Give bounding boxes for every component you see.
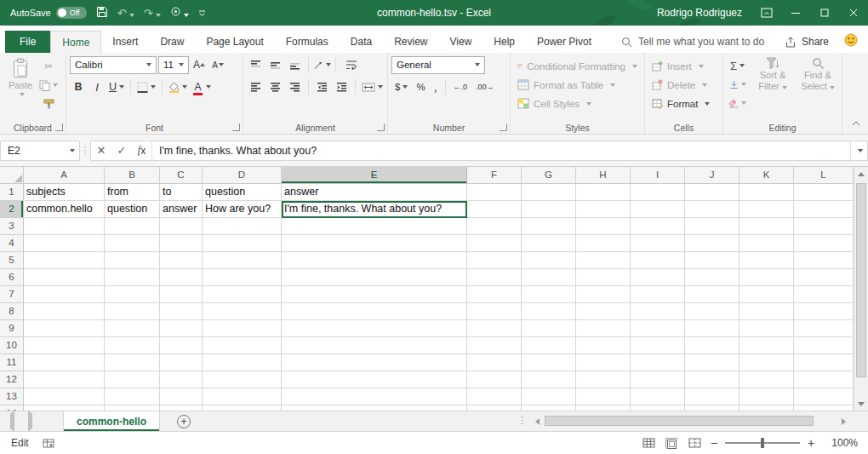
cell-F8[interactable] — [467, 303, 522, 320]
cell-B12[interactable] — [105, 371, 160, 388]
align-right-button[interactable] — [286, 78, 304, 95]
zoom-slider[interactable] — [725, 442, 800, 444]
cell-H8[interactable] — [576, 303, 631, 320]
cell-D2[interactable]: How are you? — [203, 201, 282, 218]
cell-L13[interactable] — [794, 388, 854, 405]
cell-A13[interactable] — [24, 388, 105, 405]
autosave-toggle[interactable]: AutoSave Off — [0, 7, 94, 19]
cell-K6[interactable] — [740, 269, 794, 286]
tab-scroll-handle[interactable]: ⋮ — [517, 415, 527, 426]
name-box[interactable]: E2 — [0, 141, 80, 161]
undo-button[interactable]: ↶ — [117, 7, 134, 20]
cell-F6[interactable] — [467, 269, 522, 286]
cell-J1[interactable] — [685, 184, 740, 201]
row-header-12[interactable]: 12 — [0, 371, 24, 388]
cell-A4[interactable] — [24, 235, 105, 252]
cell-B10[interactable] — [105, 337, 160, 354]
touch-mode-button[interactable] — [170, 6, 189, 20]
cut-button[interactable]: ✂ — [37, 58, 60, 75]
cell-I9[interactable] — [631, 320, 685, 337]
row-header-3[interactable]: 3 — [0, 218, 24, 235]
cell-J7[interactable] — [685, 286, 740, 303]
conditional-formatting-button[interactable]: Conditional Formatting — [514, 57, 641, 75]
cell-K12[interactable] — [740, 371, 794, 388]
cell-I11[interactable] — [631, 354, 685, 371]
row-header-1[interactable]: 1 — [0, 184, 24, 201]
column-header-D[interactable]: D — [203, 167, 282, 184]
cell-K1[interactable] — [740, 184, 794, 201]
cell-K7[interactable] — [740, 286, 794, 303]
cell-C7[interactable] — [160, 286, 203, 303]
cell-J5[interactable] — [685, 252, 740, 269]
format-cells-button[interactable]: Format — [648, 95, 719, 112]
sheet-tab-common-hello[interactable]: common-hello — [63, 411, 160, 431]
cell-A3[interactable] — [24, 218, 105, 235]
cell-H6[interactable] — [576, 269, 631, 286]
column-header-E[interactable]: E — [282, 167, 467, 184]
cell-B5[interactable] — [105, 252, 160, 269]
vertical-scroll-thumb[interactable] — [856, 183, 866, 377]
cell-L12[interactable] — [794, 371, 854, 388]
zoom-in-button[interactable]: + — [803, 434, 819, 452]
row-header-13[interactable]: 13 — [0, 388, 24, 405]
cell-A7[interactable] — [24, 286, 105, 303]
cell-L10[interactable] — [794, 337, 854, 354]
cell-K13[interactable] — [740, 388, 794, 405]
underline-button[interactable]: U — [107, 78, 126, 95]
row-header-5[interactable]: 5 — [0, 252, 24, 269]
cell-J2[interactable] — [685, 201, 740, 218]
alignment-dialog-launcher[interactable] — [377, 124, 385, 131]
macro-record-button[interactable] — [43, 439, 54, 448]
cell-J3[interactable] — [685, 218, 740, 235]
horizontal-scrollbar[interactable] — [531, 414, 849, 428]
cell-J4[interactable] — [685, 235, 740, 252]
cell-F11[interactable] — [467, 354, 522, 371]
cell-K11[interactable] — [740, 354, 794, 371]
cell-D3[interactable] — [203, 218, 282, 235]
cell-D13[interactable] — [203, 388, 282, 405]
enter-button[interactable]: ✓ — [111, 141, 132, 160]
number-dialog-launcher[interactable] — [500, 124, 507, 131]
redo-button[interactable]: ↷ — [144, 7, 161, 20]
cell-E9[interactable] — [282, 320, 467, 337]
cell-G8[interactable] — [522, 303, 576, 320]
increase-indent-button[interactable] — [333, 78, 351, 95]
cell-D12[interactable] — [203, 371, 282, 388]
cell-I2[interactable] — [631, 201, 685, 218]
cell-C8[interactable] — [160, 303, 203, 320]
cell-B13[interactable] — [105, 388, 160, 405]
font-size-select[interactable]: 11 — [158, 56, 189, 74]
cell-D5[interactable] — [203, 252, 282, 269]
italic-button[interactable]: I — [89, 78, 106, 95]
increase-decimal-button[interactable]: ←.0 — [450, 78, 471, 95]
cell-G5[interactable] — [522, 252, 576, 269]
tab-power-pivot[interactable]: Power Pivot — [526, 31, 602, 53]
formula-bar-expand-button[interactable] — [850, 141, 867, 160]
cell-H2[interactable] — [576, 201, 631, 218]
horizontal-scroll-track[interactable] — [543, 414, 837, 428]
cell-A10[interactable] — [24, 337, 105, 354]
middle-align-button[interactable] — [266, 56, 284, 73]
cell-H13[interactable] — [576, 388, 631, 405]
cell-D8[interactable] — [203, 303, 282, 320]
copy-button[interactable] — [37, 77, 60, 94]
insert-function-button[interactable]: f​x — [132, 141, 152, 160]
delete-cells-button[interactable]: Delete — [648, 76, 719, 94]
zoom-slider-thumb[interactable] — [761, 438, 764, 448]
comma-style-button[interactable]: , — [431, 78, 441, 95]
cell-G12[interactable] — [522, 371, 576, 388]
cell-E10[interactable] — [282, 337, 467, 354]
column-header-I[interactable]: I — [631, 167, 685, 184]
row-header-6[interactable]: 6 — [0, 269, 24, 286]
column-header-L[interactable]: L — [794, 167, 854, 184]
orientation-button[interactable] — [313, 56, 331, 73]
cell-H5[interactable] — [576, 252, 631, 269]
ribbon-display-options-button[interactable] — [752, 0, 781, 26]
cell-F1[interactable] — [467, 184, 522, 201]
cell-F9[interactable] — [467, 320, 522, 337]
decrease-font-size-button[interactable]: A — [209, 56, 226, 73]
cell-F2[interactable] — [467, 201, 522, 218]
cell-C13[interactable] — [160, 388, 203, 405]
cell-D11[interactable] — [203, 354, 282, 371]
column-header-K[interactable]: K — [740, 167, 794, 184]
